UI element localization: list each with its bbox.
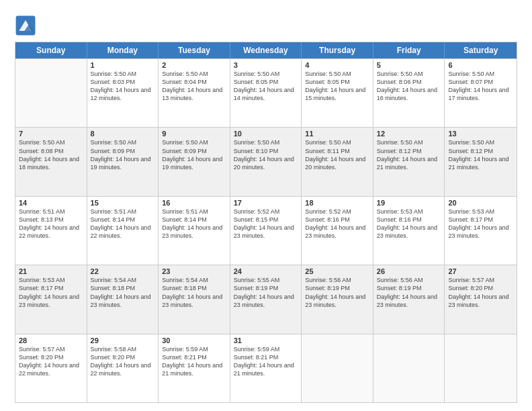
cell-info: Sunrise: 5:50 AM Sunset: 8:12 PM Dayligh… [377, 138, 441, 171]
calendar-cell: 31Sunrise: 5:59 AM Sunset: 8:21 PM Dayli… [230, 334, 302, 402]
calendar-cell [373, 334, 445, 402]
calendar-cell: 25Sunrise: 5:56 AM Sunset: 8:19 PM Dayli… [302, 265, 373, 333]
calendar-cell: 28Sunrise: 5:57 AM Sunset: 8:20 PM Dayli… [15, 334, 87, 402]
calendar-cell: 30Sunrise: 5:59 AM Sunset: 8:21 PM Dayli… [159, 334, 230, 402]
calendar-cell: 15Sunrise: 5:51 AM Sunset: 8:14 PM Dayli… [87, 197, 159, 265]
calendar-cell: 1Sunrise: 5:50 AM Sunset: 8:03 PM Daylig… [87, 59, 159, 127]
calendar-cell: 20Sunrise: 5:53 AM Sunset: 8:17 PM Dayli… [445, 197, 517, 265]
day-number: 11 [305, 130, 369, 138]
cell-info: Sunrise: 5:50 AM Sunset: 8:10 PM Dayligh… [234, 138, 298, 171]
calendar-cell: 11Sunrise: 5:50 AM Sunset: 8:11 PM Dayli… [302, 128, 373, 195]
cell-info: Sunrise: 5:50 AM Sunset: 8:03 PM Dayligh… [91, 70, 155, 103]
logo [15, 15, 39, 36]
day-number: 9 [162, 130, 226, 138]
calendar-row: 14Sunrise: 5:51 AM Sunset: 8:13 PM Dayli… [15, 196, 517, 265]
day-number: 8 [91, 130, 155, 138]
calendar-cell: 19Sunrise: 5:53 AM Sunset: 8:16 PM Dayli… [373, 197, 445, 265]
calendar-row: 28Sunrise: 5:57 AM Sunset: 8:20 PM Dayli… [15, 334, 517, 402]
calendar-row: 1Sunrise: 5:50 AM Sunset: 8:03 PM Daylig… [15, 58, 517, 127]
header-day-thursday: Thursday [302, 42, 373, 58]
day-number: 15 [91, 199, 155, 207]
day-number: 23 [162, 267, 226, 275]
cell-info: Sunrise: 5:50 AM Sunset: 8:09 PM Dayligh… [162, 138, 226, 171]
day-number: 13 [448, 130, 513, 138]
cell-info: Sunrise: 5:50 AM Sunset: 8:05 PM Dayligh… [234, 70, 298, 103]
day-number: 21 [19, 267, 83, 275]
header-day-wednesday: Wednesday [230, 42, 302, 58]
day-number: 25 [305, 267, 369, 275]
day-number: 2 [162, 61, 226, 69]
cell-info: Sunrise: 5:58 AM Sunset: 8:20 PM Dayligh… [91, 345, 155, 378]
calendar-cell: 22Sunrise: 5:54 AM Sunset: 8:18 PM Dayli… [87, 265, 159, 333]
header [15, 12, 517, 36]
day-number: 29 [91, 336, 155, 345]
day-number: 27 [448, 267, 513, 275]
logo-icon [15, 15, 36, 36]
cell-info: Sunrise: 5:54 AM Sunset: 8:18 PM Dayligh… [162, 276, 226, 309]
page: SundayMondayTuesdayWednesdayThursdayFrid… [0, 0, 532, 411]
day-number: 6 [448, 61, 513, 69]
cell-info: Sunrise: 5:56 AM Sunset: 8:19 PM Dayligh… [305, 276, 369, 309]
cell-info: Sunrise: 5:59 AM Sunset: 8:21 PM Dayligh… [234, 345, 298, 378]
day-number: 24 [234, 267, 298, 275]
cell-info: Sunrise: 5:50 AM Sunset: 8:05 PM Dayligh… [305, 70, 369, 103]
calendar-cell: 5Sunrise: 5:50 AM Sunset: 8:06 PM Daylig… [373, 59, 445, 127]
cell-info: Sunrise: 5:50 AM Sunset: 8:12 PM Dayligh… [448, 138, 513, 171]
cell-info: Sunrise: 5:54 AM Sunset: 8:18 PM Dayligh… [91, 276, 155, 309]
calendar-cell: 21Sunrise: 5:53 AM Sunset: 8:17 PM Dayli… [15, 265, 87, 333]
cell-info: Sunrise: 5:51 AM Sunset: 8:13 PM Dayligh… [19, 208, 83, 240]
cell-info: Sunrise: 5:53 AM Sunset: 8:17 PM Dayligh… [448, 208, 513, 240]
day-number: 18 [305, 199, 369, 207]
day-number: 30 [162, 336, 226, 345]
calendar-row: 21Sunrise: 5:53 AM Sunset: 8:17 PM Dayli… [15, 265, 517, 333]
cell-info: Sunrise: 5:50 AM Sunset: 8:07 PM Dayligh… [448, 70, 513, 103]
cell-info: Sunrise: 5:53 AM Sunset: 8:16 PM Dayligh… [377, 208, 441, 240]
cell-info: Sunrise: 5:59 AM Sunset: 8:21 PM Dayligh… [162, 345, 226, 378]
calendar-cell: 8Sunrise: 5:50 AM Sunset: 8:09 PM Daylig… [87, 128, 159, 195]
header-day-monday: Monday [87, 42, 159, 58]
calendar-cell: 27Sunrise: 5:57 AM Sunset: 8:20 PM Dayli… [445, 265, 517, 333]
calendar-cell: 4Sunrise: 5:50 AM Sunset: 8:05 PM Daylig… [302, 59, 373, 127]
cell-info: Sunrise: 5:53 AM Sunset: 8:17 PM Dayligh… [19, 276, 83, 309]
day-number: 26 [377, 267, 441, 275]
day-number: 19 [377, 199, 441, 207]
day-number: 14 [19, 199, 83, 207]
calendar-cell: 17Sunrise: 5:52 AM Sunset: 8:15 PM Dayli… [230, 197, 302, 265]
cell-info: Sunrise: 5:50 AM Sunset: 8:06 PM Dayligh… [377, 70, 441, 103]
day-number: 4 [305, 61, 369, 69]
calendar-cell: 2Sunrise: 5:50 AM Sunset: 8:04 PM Daylig… [159, 59, 230, 127]
calendar-cell [302, 334, 373, 402]
day-number: 22 [91, 267, 155, 275]
calendar-cell: 23Sunrise: 5:54 AM Sunset: 8:18 PM Dayli… [159, 265, 230, 333]
calendar: SundayMondayTuesdayWednesdayThursdayFrid… [15, 42, 517, 403]
calendar-cell: 12Sunrise: 5:50 AM Sunset: 8:12 PM Dayli… [373, 128, 445, 195]
calendar-cell: 18Sunrise: 5:52 AM Sunset: 8:16 PM Dayli… [302, 197, 373, 265]
calendar-cell: 29Sunrise: 5:58 AM Sunset: 8:20 PM Dayli… [87, 334, 159, 402]
cell-info: Sunrise: 5:50 AM Sunset: 8:04 PM Dayligh… [162, 70, 226, 103]
cell-info: Sunrise: 5:57 AM Sunset: 8:20 PM Dayligh… [448, 276, 513, 309]
cell-info: Sunrise: 5:52 AM Sunset: 8:15 PM Dayligh… [234, 208, 298, 240]
day-number: 10 [234, 130, 298, 138]
cell-info: Sunrise: 5:51 AM Sunset: 8:14 PM Dayligh… [91, 208, 155, 240]
calendar-cell: 9Sunrise: 5:50 AM Sunset: 8:09 PM Daylig… [159, 128, 230, 195]
calendar-cell [15, 59, 87, 127]
calendar-cell: 7Sunrise: 5:50 AM Sunset: 8:08 PM Daylig… [15, 128, 87, 195]
day-number: 7 [19, 130, 83, 138]
calendar-cell: 13Sunrise: 5:50 AM Sunset: 8:12 PM Dayli… [445, 128, 517, 195]
cell-info: Sunrise: 5:50 AM Sunset: 8:11 PM Dayligh… [305, 138, 369, 171]
cell-info: Sunrise: 5:55 AM Sunset: 8:19 PM Dayligh… [234, 276, 298, 309]
calendar-cell: 10Sunrise: 5:50 AM Sunset: 8:10 PM Dayli… [230, 128, 302, 195]
header-day-friday: Friday [373, 42, 445, 58]
cell-info: Sunrise: 5:57 AM Sunset: 8:20 PM Dayligh… [19, 345, 83, 378]
calendar-cell [445, 334, 517, 402]
header-day-sunday: Sunday [15, 42, 87, 58]
calendar-cell: 16Sunrise: 5:51 AM Sunset: 8:14 PM Dayli… [159, 197, 230, 265]
day-number: 16 [162, 199, 226, 207]
header-day-tuesday: Tuesday [159, 42, 230, 58]
calendar-cell: 6Sunrise: 5:50 AM Sunset: 8:07 PM Daylig… [445, 59, 517, 127]
calendar-cell: 26Sunrise: 5:56 AM Sunset: 8:19 PM Dayli… [373, 265, 445, 333]
day-number: 31 [234, 336, 298, 345]
header-day-saturday: Saturday [445, 42, 517, 58]
day-number: 5 [377, 61, 441, 69]
day-number: 20 [448, 199, 513, 207]
